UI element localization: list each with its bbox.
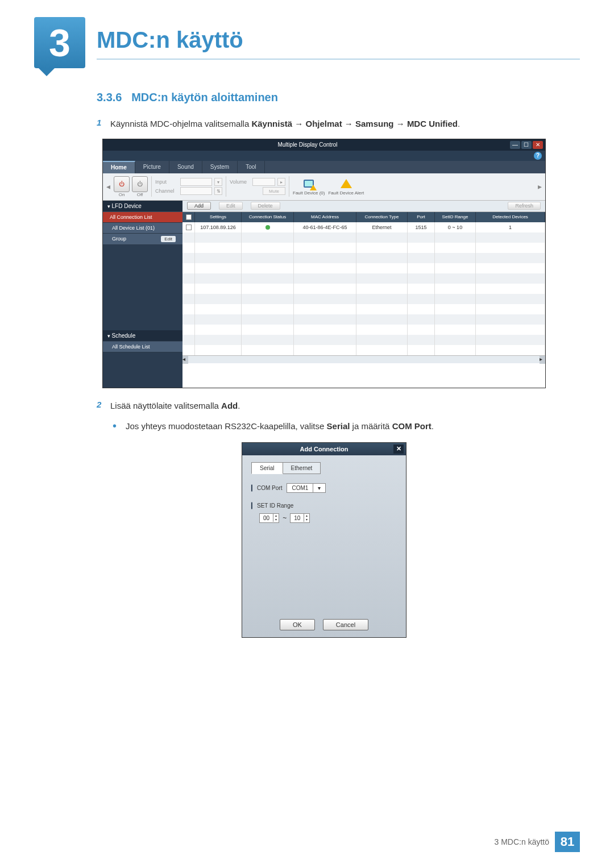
channel-stepper-icon[interactable]: ⇅ bbox=[214, 187, 222, 195]
range-to-value: 10 bbox=[291, 514, 304, 522]
fault-device-group[interactable]: Fault Device (0) bbox=[293, 178, 325, 196]
close-button[interactable]: ✕ bbox=[533, 141, 543, 149]
tab-home[interactable]: Home bbox=[103, 161, 135, 173]
table-row bbox=[182, 253, 545, 263]
step-down-icon[interactable]: ▾ bbox=[273, 518, 279, 522]
range-separator: ~ bbox=[283, 514, 287, 522]
tab-picture[interactable]: Picture bbox=[135, 161, 169, 173]
cancel-button[interactable]: Cancel bbox=[323, 619, 368, 630]
sidebar-item-all-schedule[interactable]: All Schedule List bbox=[103, 342, 182, 352]
bullet-item: • Jos yhteys muodostetaan RS232C-kaapeli… bbox=[97, 420, 551, 433]
horizontal-scrollbar[interactable]: ◂ ▸ bbox=[182, 355, 545, 363]
scroll-thumb-left[interactable]: ◂ bbox=[182, 356, 188, 364]
refresh-button[interactable]: Refresh bbox=[508, 202, 541, 210]
column-setid-range: SetID Range bbox=[435, 212, 476, 222]
column-connection-type: Connection Type bbox=[356, 212, 408, 222]
alert-icon bbox=[341, 179, 352, 188]
power-on-button[interactable]: ⏻ bbox=[114, 176, 130, 192]
tab-sound[interactable]: Sound bbox=[169, 161, 202, 173]
add-connection-dialog: Add Connection ✕ Serial Ethernet COM Por… bbox=[242, 442, 406, 638]
help-bar: ? bbox=[103, 151, 545, 161]
cell-mac: 40-61-86-4E-FC-65 bbox=[294, 222, 356, 232]
range-from-value: 00 bbox=[260, 514, 273, 522]
column-settings: Settings bbox=[195, 212, 242, 222]
add-button[interactable]: Add bbox=[187, 202, 211, 210]
volume-label: Volume bbox=[230, 179, 250, 185]
comport-select[interactable]: COM1 ▾ bbox=[287, 483, 326, 493]
sidebar-section-schedule[interactable]: Schedule bbox=[103, 330, 182, 342]
tab-tool[interactable]: Tool bbox=[238, 161, 264, 173]
bullet-text: Jos yhteys muodostetaan RS232C-kaapelill… bbox=[126, 420, 551, 433]
minimize-button[interactable]: — bbox=[510, 141, 520, 149]
window-title: Multiple Display Control bbox=[277, 142, 337, 148]
fault-alert-group[interactable]: Fault Device Alert bbox=[328, 178, 364, 196]
table-row bbox=[182, 325, 545, 335]
fault-device-label: Fault Device (0) bbox=[293, 190, 325, 196]
table-row bbox=[182, 263, 545, 273]
tab-ethernet[interactable]: Ethernet bbox=[283, 462, 321, 474]
sidebar-group-edit-button[interactable]: Edit bbox=[161, 236, 176, 242]
table-row bbox=[182, 345, 545, 355]
sidebar-group-label: Group bbox=[112, 236, 126, 242]
edit-button[interactable]: Edit bbox=[219, 202, 243, 210]
table-row bbox=[182, 335, 545, 345]
footer-text: 3 MDC:n käyttö bbox=[495, 837, 549, 846]
row-checkbox[interactable] bbox=[186, 225, 192, 230]
input-select[interactable] bbox=[180, 178, 212, 186]
input-label: Input bbox=[155, 179, 178, 185]
channel-select[interactable] bbox=[180, 187, 212, 195]
tab-serial[interactable]: Serial bbox=[251, 462, 283, 474]
column-checkbox[interactable] bbox=[182, 212, 195, 222]
main-tabs: Home Picture Sound System Tool bbox=[103, 161, 545, 173]
sidebar-item-all-connection[interactable]: All Connection List bbox=[103, 212, 182, 223]
section-title: MDC:n käytön aloittaminen bbox=[131, 91, 278, 103]
cell-settings: 107.108.89.126 bbox=[195, 222, 242, 232]
sidebar-item-group[interactable]: Group Edit bbox=[103, 234, 182, 245]
table-row bbox=[182, 294, 545, 304]
range-to-stepper[interactable]: 10 ▴▾ bbox=[290, 513, 310, 523]
range-from-stepper[interactable]: 00 ▴▾ bbox=[259, 513, 279, 523]
main-panel: Add Edit Delete Refresh Settings Connect… bbox=[182, 201, 545, 388]
toolbar: ◂ ⏻ On ⏻ Off Input ▾ bbox=[103, 173, 545, 201]
column-connection-status: Connection Status bbox=[242, 212, 294, 222]
table-row bbox=[182, 243, 545, 253]
scroll-left-icon[interactable]: ◂ bbox=[106, 182, 110, 191]
chapter-header: 3 MDC:n käyttö bbox=[34, 17, 580, 68]
dialog-close-button[interactable]: ✕ bbox=[393, 445, 404, 454]
comport-field: COM Port COM1 ▾ bbox=[251, 483, 397, 493]
comport-value: COM1 bbox=[287, 484, 313, 492]
volume-group: Volume ▸ Mute bbox=[230, 178, 285, 195]
step-text: Käynnistä MDC-ohjelma valitsemalla Käynn… bbox=[110, 118, 551, 131]
tab-system[interactable]: System bbox=[202, 161, 238, 173]
chapter-number-badge: 3 bbox=[34, 17, 85, 68]
sidebar-item-all-device[interactable]: All Device List (01) bbox=[103, 223, 182, 234]
step-down-icon[interactable]: ▾ bbox=[304, 518, 309, 522]
chapter-title: MDC:n käyttö bbox=[97, 17, 580, 60]
scroll-right-icon[interactable]: ▸ bbox=[538, 182, 542, 191]
volume-input[interactable] bbox=[252, 178, 275, 186]
step-up-icon[interactable]: ▴ bbox=[273, 514, 279, 518]
dialog-titlebar: Add Connection ✕ bbox=[242, 443, 406, 455]
step-up-icon[interactable]: ▴ bbox=[304, 514, 309, 518]
maximize-button[interactable]: ☐ bbox=[521, 141, 532, 149]
window-titlebar: Multiple Display Control — ☐ ✕ bbox=[103, 139, 545, 151]
table-row bbox=[182, 304, 545, 314]
table-row[interactable]: 107.108.89.126 40-61-86-4E-FC-65 Etherne… bbox=[182, 222, 545, 232]
column-detected-devices: Detected Devices bbox=[476, 212, 545, 222]
sidebar: LFD Device All Connection List All Devic… bbox=[103, 201, 182, 388]
volume-dropdown-icon[interactable]: ▸ bbox=[277, 178, 285, 186]
help-icon[interactable]: ? bbox=[534, 152, 542, 160]
input-channel-group: Input ▾ Channel ⇅ bbox=[155, 178, 222, 195]
delete-button[interactable]: Delete bbox=[251, 202, 280, 210]
mute-button[interactable]: Mute bbox=[263, 187, 285, 195]
page-footer: 3 MDC:n käyttö 81 bbox=[495, 832, 580, 852]
step-number: 2 bbox=[97, 400, 103, 413]
power-on-label: On bbox=[114, 192, 130, 197]
dialog-title: Add Connection bbox=[300, 446, 349, 452]
input-dropdown-icon[interactable]: ▾ bbox=[214, 178, 222, 186]
cell-port: 1515 bbox=[408, 222, 435, 232]
scroll-thumb-right[interactable]: ▸ bbox=[540, 356, 545, 364]
ok-button[interactable]: OK bbox=[280, 619, 315, 630]
sidebar-section-lfd[interactable]: LFD Device bbox=[103, 201, 182, 212]
power-off-button[interactable]: ⏻ bbox=[132, 176, 148, 192]
